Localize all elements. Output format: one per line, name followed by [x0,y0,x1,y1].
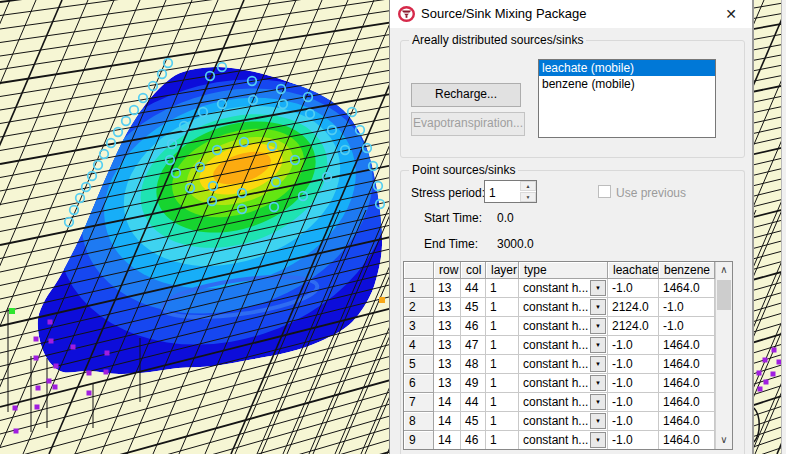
cell-leachate[interactable]: -1.0 [608,336,659,355]
row-number-cell[interactable]: 4 [404,336,434,355]
type-dropdown-button[interactable]: ▼ [590,337,606,353]
cell-benzene[interactable]: 1464.0 [659,336,715,355]
cell-layer[interactable]: 1 [486,355,519,374]
cell-layer[interactable]: 1 [486,412,519,431]
cell-row[interactable]: 14 [434,412,461,431]
cell-type[interactable]: constant h...▼ [519,317,608,336]
cell-col[interactable]: 44 [461,393,486,412]
well-marker [34,337,39,342]
column-header-rownum [404,262,434,279]
species-list-item[interactable]: leachate (mobile) [539,60,715,76]
type-value: constant h... [523,395,588,409]
spin-down-button[interactable]: ▼ [520,192,536,202]
cell-benzene[interactable]: 1464.0 [659,393,715,412]
cell-col[interactable]: 45 [461,412,486,431]
cell-layer[interactable]: 1 [486,279,519,298]
type-dropdown-button[interactable]: ▼ [590,413,606,429]
cell-leachate[interactable]: -1.0 [608,355,659,374]
cell-leachate[interactable]: -1.0 [608,374,659,393]
cell-type[interactable]: constant h...▼ [519,355,608,374]
cell-layer[interactable]: 1 [486,431,519,449]
cell-row[interactable]: 13 [434,355,461,374]
species-list-item[interactable]: benzene (mobile) [539,76,715,92]
spin-up-button[interactable]: ▲ [520,181,536,191]
use-previous-checkbox[interactable] [598,185,611,198]
cell-benzene[interactable]: 1464.0 [659,431,715,449]
type-value: constant h... [523,414,588,428]
cell-type[interactable]: constant h...▼ [519,412,608,431]
cell-leachate[interactable]: -1.0 [608,393,659,412]
cell-type[interactable]: constant h...▼ [519,374,608,393]
cell-row[interactable]: 13 [434,336,461,355]
close-button[interactable]: ✕ [718,3,744,25]
cell-leachate[interactable]: 2124.0 [608,298,659,317]
cell-leachate[interactable]: -1.0 [608,431,659,449]
column-header-type: type [519,262,608,279]
dialog-title: Source/Sink Mixing Package [421,6,586,21]
cell-type[interactable]: constant h...▼ [519,298,608,317]
type-dropdown-button[interactable]: ▼ [590,375,606,391]
scroll-down-arrow[interactable]: ∨ [716,432,732,449]
type-dropdown-button[interactable]: ▼ [590,356,606,372]
well-marker [48,320,53,325]
cell-row[interactable]: 13 [434,374,461,393]
cell-type[interactable]: constant h...▼ [519,393,608,412]
well-marker [49,339,54,344]
recharge-button[interactable]: Recharge... [411,83,521,107]
cell-leachate[interactable]: 2124.0 [608,317,659,336]
cell-row[interactable]: 13 [434,279,461,298]
row-number-cell[interactable]: 8 [404,412,434,431]
row-number-cell[interactable]: 2 [404,298,434,317]
row-number-cell[interactable]: 1 [404,279,434,298]
type-dropdown-button[interactable]: ▼ [590,432,606,448]
type-dropdown-button[interactable]: ▼ [590,280,606,296]
well-marker [771,372,776,377]
stress-period-input[interactable] [485,181,518,202]
cell-benzene[interactable]: -1.0 [659,317,715,336]
row-number-cell[interactable]: 5 [404,355,434,374]
cell-benzene[interactable]: 1464.0 [659,355,715,374]
cell-col[interactable]: 46 [461,431,486,449]
row-number-cell[interactable]: 9 [404,431,434,449]
cell-layer[interactable]: 1 [486,317,519,336]
well-marker [772,348,777,353]
row-number-cell[interactable]: 7 [404,393,434,412]
cell-col[interactable]: 49 [461,374,486,393]
cell-type[interactable]: constant h...▼ [519,279,608,298]
well-marker [47,379,52,384]
cell-layer[interactable]: 1 [486,374,519,393]
cell-col[interactable]: 45 [461,298,486,317]
species-listbox[interactable]: leachate (mobile)benzene (mobile) [538,59,716,138]
well-marker [36,386,41,391]
row-number-cell[interactable]: 6 [404,374,434,393]
type-dropdown-button[interactable]: ▼ [590,299,606,315]
cell-layer[interactable]: 1 [486,336,519,355]
cell-benzene[interactable]: -1.0 [659,298,715,317]
cell-benzene[interactable]: 1464.0 [659,374,715,393]
cell-type[interactable]: constant h...▼ [519,431,608,449]
cell-col[interactable]: 46 [461,317,486,336]
cell-benzene[interactable]: 1464.0 [659,279,715,298]
cell-col[interactable]: 44 [461,279,486,298]
scroll-up-arrow[interactable]: ∧ [716,262,732,279]
dialog-titlebar[interactable]: Source/Sink Mixing Package ✕ [390,0,752,28]
scroll-thumb[interactable] [717,280,731,310]
cell-row[interactable]: 13 [434,298,461,317]
type-dropdown-button[interactable]: ▼ [590,318,606,334]
table-scrollbar[interactable]: ∧ ∨ [715,262,732,449]
cell-row[interactable]: 14 [434,393,461,412]
cell-leachate[interactable]: -1.0 [608,279,659,298]
row-number-cell[interactable]: 3 [404,317,434,336]
cell-row[interactable]: 13 [434,317,461,336]
cell-leachate[interactable]: -1.0 [608,412,659,431]
well-marker [87,391,92,396]
cell-col[interactable]: 48 [461,355,486,374]
cell-col[interactable]: 47 [461,336,486,355]
cell-row[interactable]: 14 [434,431,461,449]
evapotranspiration-button[interactable]: Evapotranspiration... [411,112,525,136]
type-dropdown-button[interactable]: ▼ [590,394,606,410]
cell-layer[interactable]: 1 [486,393,519,412]
cell-benzene[interactable]: 1464.0 [659,412,715,431]
cell-type[interactable]: constant h...▼ [519,336,608,355]
cell-layer[interactable]: 1 [486,298,519,317]
